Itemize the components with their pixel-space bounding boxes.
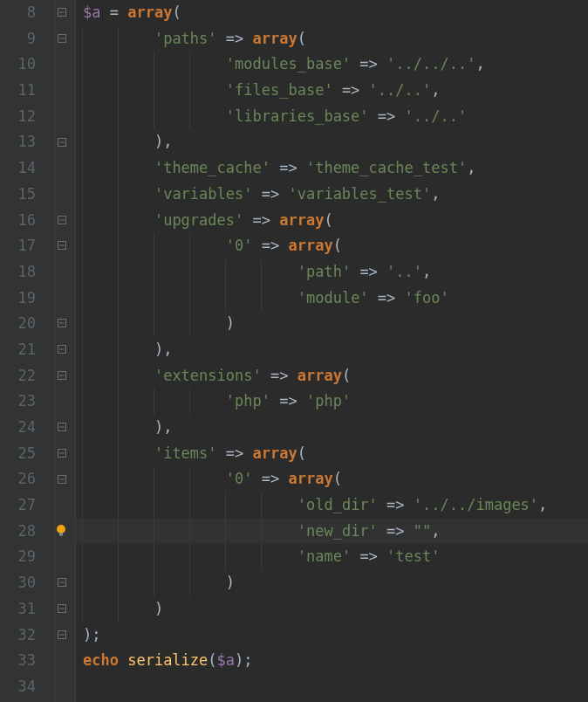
fold-close-icon[interactable] (57, 138, 67, 148)
code-line[interactable]: ); (76, 623, 588, 649)
code-line[interactable]: 'new_dir' => "", (76, 519, 588, 545)
code-line[interactable] (76, 674, 588, 700)
fold-open-icon[interactable] (57, 241, 67, 251)
svg-point-35 (57, 525, 65, 533)
code-line[interactable]: 'theme_cache' => 'theme_cache_test', (76, 155, 588, 182)
code-line[interactable]: $a = array( (76, 0, 588, 26)
token-str: 'php' (226, 392, 270, 410)
line-number: 12 (0, 104, 36, 130)
code-line[interactable]: '0' => array( (76, 466, 588, 492)
fold-open-icon[interactable] (57, 371, 67, 382)
svg-rect-36 (59, 533, 63, 535)
fold-open-icon[interactable] (57, 8, 67, 18)
token-str: 'modules_base' (226, 55, 351, 72)
token-punc: => (369, 289, 405, 306)
token-str: 'name' (297, 547, 351, 565)
token-str: 'extensions' (154, 367, 262, 384)
token-punc: => (333, 81, 369, 99)
token-punc: => (217, 30, 253, 47)
token-str: '../../images' (414, 496, 538, 513)
code-line[interactable]: 'variables' => 'variables_test', (76, 182, 588, 208)
token-punc: ( (333, 237, 342, 254)
code-line[interactable]: 'files_base' => '../..', (76, 78, 588, 104)
token-var: $a (83, 3, 100, 21)
fold-close-icon[interactable] (57, 345, 67, 355)
fold-close-icon[interactable] (57, 578, 67, 588)
code-line[interactable]: 'php' => 'php' (76, 389, 588, 415)
intention-bulb-icon[interactable] (54, 524, 68, 538)
token-punc: ) (154, 418, 163, 436)
line-number: 23 (0, 389, 36, 415)
token-var: $a (217, 651, 235, 669)
line-number: 26 (0, 466, 36, 492)
line-number: 34 (0, 674, 36, 700)
token-punc: => (217, 444, 253, 462)
line-number: 16 (0, 208, 36, 234)
token-str: '../..' (369, 81, 432, 99)
token-punc: ( (333, 470, 342, 487)
token-punc: , (163, 341, 172, 358)
token-punc: => (351, 263, 386, 280)
token-punc: ) (226, 314, 235, 332)
line-number: 24 (0, 415, 36, 441)
token-punc: ( (297, 30, 306, 47)
line-number: 8 (0, 0, 36, 26)
token-punc: ) (154, 133, 163, 150)
code-line[interactable]: echo serialize($a); (76, 648, 588, 674)
code-line[interactable]: 'modules_base' => '../../..', (76, 52, 588, 78)
token-str: "" (414, 522, 431, 540)
code-line[interactable]: 'libraries_base' => '../..' (76, 104, 588, 130)
token-punc: , (431, 522, 440, 540)
code-line[interactable]: 'path' => '..', (76, 259, 588, 286)
code-line[interactable]: 'name' => 'test' (76, 544, 588, 570)
line-number: 20 (0, 311, 36, 337)
line-number: 29 (0, 544, 36, 570)
fold-open-icon[interactable] (57, 216, 67, 226)
token-punc: , (431, 81, 440, 99)
token-str: 'libraries_base' (226, 107, 369, 125)
token-punc: => (262, 367, 297, 384)
token-str: 'paths' (154, 30, 217, 47)
line-number-gutter: 8910111213141516171819202122232425262728… (0, 0, 48, 702)
line-number: 32 (0, 623, 36, 649)
token-str: 'upgrades' (154, 211, 243, 229)
token-punc: => (378, 522, 414, 540)
code-line[interactable]: ) (76, 596, 588, 623)
line-number: 15 (0, 182, 36, 208)
code-line[interactable]: ), (76, 337, 588, 363)
fold-close-icon[interactable] (57, 604, 67, 615)
code-line[interactable]: 'upgrades' => array( (76, 208, 588, 234)
token-str: '0' (226, 470, 253, 487)
code-line[interactable]: ), (76, 129, 588, 155)
token-fn: serialize (127, 651, 208, 669)
token-punc: => (351, 55, 386, 72)
fold-open-icon[interactable] (57, 449, 67, 459)
code-line[interactable]: '0' => array( (76, 233, 588, 259)
token-punc: = (100, 3, 127, 21)
fold-close-icon[interactable] (57, 319, 67, 329)
token-punc: ( (172, 3, 181, 21)
fold-close-icon[interactable] (57, 423, 67, 433)
fold-open-icon[interactable] (57, 34, 67, 45)
line-number: 10 (0, 52, 36, 78)
token-str: 'files_base' (226, 81, 333, 99)
fold-open-icon[interactable] (57, 475, 67, 485)
token-punc: => (378, 496, 414, 513)
token-kw: array (288, 470, 332, 487)
code-line[interactable]: ) (76, 311, 588, 337)
token-punc: => (270, 392, 306, 410)
token-punc: => (351, 547, 386, 565)
code-line[interactable]: 'extensions' => array( (76, 363, 588, 389)
code-line[interactable]: 'paths' => array( (76, 26, 588, 52)
token-punc: ( (342, 367, 351, 384)
code-line[interactable]: 'module' => 'foo' (76, 286, 588, 312)
token-punc: ); (83, 626, 100, 644)
code-line[interactable]: 'old_dir' => '../../images', (76, 492, 588, 519)
code-line[interactable]: ), (76, 415, 588, 441)
code-line[interactable]: ) (76, 570, 588, 596)
fold-close-icon[interactable] (57, 630, 67, 641)
code-line[interactable]: 'items' => array( (76, 441, 588, 467)
code-editor[interactable]: $a = array( 'paths' => array( 'modules_b… (76, 0, 588, 702)
token-kw: echo (83, 651, 127, 669)
token-punc: ( (324, 211, 332, 229)
